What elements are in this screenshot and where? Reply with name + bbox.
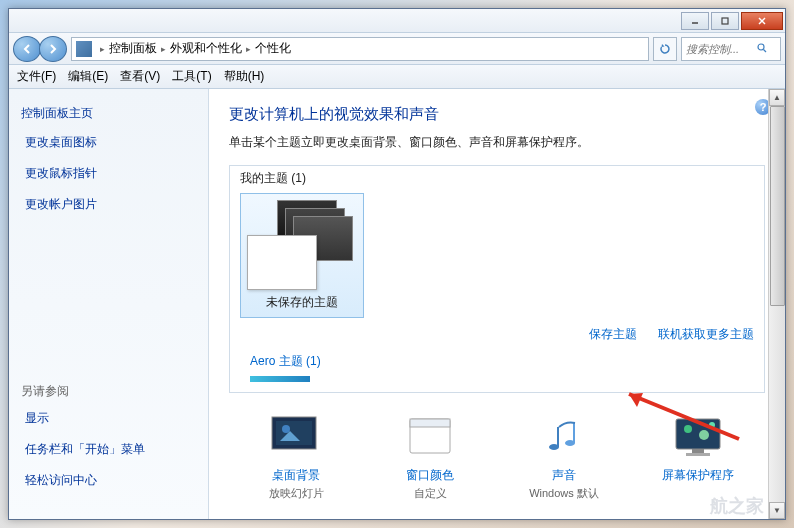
aero-themes-title: Aero 主题 (1)	[240, 353, 754, 370]
breadcrumb[interactable]: ▸ 控制面板 ▸ 外观和个性化 ▸ 个性化	[71, 37, 649, 61]
menu-tools[interactable]: 工具(T)	[172, 68, 211, 85]
get-more-themes-link[interactable]: 联机获取更多主题	[658, 327, 754, 341]
breadcrumb-item[interactable]: 控制面板	[109, 40, 157, 57]
item-sublabel: 自定义	[375, 486, 485, 501]
svg-rect-10	[410, 419, 450, 427]
screensaver-item[interactable]: 屏幕保护程序	[643, 413, 753, 501]
sidebar-also-see-label: 另请参阅	[21, 383, 196, 400]
menu-edit[interactable]: 编辑(E)	[68, 68, 108, 85]
svg-line-5	[764, 49, 767, 52]
main: ? 更改计算机上的视觉效果和声音 单击某个主题立即更改桌面背景、窗口颜色、声音和…	[209, 89, 785, 519]
sidebar-home-link[interactable]: 控制面板主页	[21, 105, 196, 122]
content: 控制面板主页 更改桌面图标 更改鼠标指针 更改帐户图片 另请参阅 显示 任务栏和…	[9, 89, 785, 519]
maximize-button[interactable]	[711, 12, 739, 30]
aero-themes-peek	[250, 376, 310, 382]
refresh-button[interactable]	[653, 37, 677, 61]
back-button[interactable]	[13, 36, 41, 62]
svg-rect-7	[276, 421, 312, 445]
theme-item-unsaved[interactable]: 未保存的主题	[240, 193, 364, 318]
scroll-up-button[interactable]: ▲	[769, 89, 785, 106]
chevron-right-icon: ▸	[100, 44, 105, 54]
window: ▸ 控制面板 ▸ 外观和个性化 ▸ 个性化 文件(F) 编辑(E) 查看(V) …	[8, 8, 786, 520]
item-label: 桌面背景	[241, 467, 351, 484]
my-themes-title: 我的主题 (1)	[240, 170, 754, 187]
desktop-background-icon	[266, 413, 326, 461]
page-title: 更改计算机上的视觉效果和声音	[229, 105, 765, 124]
search-input[interactable]	[686, 43, 756, 55]
svg-rect-16	[692, 449, 704, 453]
svg-rect-17	[686, 453, 710, 456]
control-panel-icon	[76, 41, 92, 57]
save-theme-link[interactable]: 保存主题	[589, 327, 637, 341]
svg-rect-12	[557, 427, 559, 447]
svg-point-8	[282, 425, 290, 433]
menu-file[interactable]: 文件(F)	[17, 68, 56, 85]
theme-preview	[247, 200, 357, 290]
search-icon	[756, 42, 768, 56]
svg-rect-1	[722, 18, 728, 24]
my-themes-group: 我的主题 (1) 未保存的主题 保存主题 联机获取更多主题 Aero 主题 (1…	[229, 165, 765, 393]
titlebar	[9, 9, 785, 33]
window-color-item[interactable]: 窗口颜色 自定义	[375, 413, 485, 501]
svg-point-4	[758, 44, 764, 50]
sidebar-link-display[interactable]: 显示	[21, 410, 196, 427]
sounds-item[interactable]: 声音 Windows 默认	[509, 413, 619, 501]
sidebar-link-taskbar[interactable]: 任务栏和「开始」菜单	[21, 441, 196, 458]
svg-point-19	[699, 430, 709, 440]
item-sublabel: Windows 默认	[509, 486, 619, 501]
item-label: 屏幕保护程序	[643, 467, 753, 484]
chevron-right-icon: ▸	[246, 44, 251, 54]
theme-actions: 保存主题 联机获取更多主题	[240, 326, 754, 343]
screensaver-icon	[668, 413, 728, 461]
chevron-right-icon: ▸	[161, 44, 166, 54]
svg-rect-14	[573, 423, 575, 443]
bottom-row: 桌面背景 放映幻灯片 窗口颜色 自定义 声音 Windows 默认	[229, 413, 765, 501]
breadcrumb-item[interactable]: 个性化	[255, 40, 291, 57]
sidebar-link-ease-of-access[interactable]: 轻松访问中心	[21, 472, 196, 489]
svg-point-20	[709, 422, 715, 428]
scroll-down-button[interactable]: ▼	[769, 502, 785, 519]
menu-view[interactable]: 查看(V)	[120, 68, 160, 85]
search-box[interactable]	[681, 37, 781, 61]
sidebar-link-account-picture[interactable]: 更改帐户图片	[21, 196, 196, 213]
scrollbar[interactable]: ▲ ▼	[768, 89, 785, 519]
menu-help[interactable]: 帮助(H)	[224, 68, 265, 85]
minimize-button[interactable]	[681, 12, 709, 30]
close-button[interactable]	[741, 12, 783, 30]
sidebar: 控制面板主页 更改桌面图标 更改鼠标指针 更改帐户图片 另请参阅 显示 任务栏和…	[9, 89, 209, 519]
sounds-icon	[534, 413, 594, 461]
sidebar-link-desktop-icons[interactable]: 更改桌面图标	[21, 134, 196, 151]
page-desc: 单击某个主题立即更改桌面背景、窗口颜色、声音和屏幕保护程序。	[229, 134, 765, 151]
menubar: 文件(F) 编辑(E) 查看(V) 工具(T) 帮助(H)	[9, 65, 785, 89]
forward-button[interactable]	[39, 36, 67, 62]
item-sublabel: 放映幻灯片	[241, 486, 351, 501]
window-color-icon	[400, 413, 460, 461]
desktop-background-item[interactable]: 桌面背景 放映幻灯片	[241, 413, 351, 501]
svg-point-18	[684, 425, 692, 433]
breadcrumb-item[interactable]: 外观和个性化	[170, 40, 242, 57]
sidebar-link-mouse-pointers[interactable]: 更改鼠标指针	[21, 165, 196, 182]
scrollbar-thumb[interactable]	[770, 106, 785, 306]
theme-label: 未保存的主题	[247, 294, 357, 311]
navbar: ▸ 控制面板 ▸ 外观和个性化 ▸ 个性化	[9, 33, 785, 65]
item-label: 窗口颜色	[375, 467, 485, 484]
nav-arrows	[13, 36, 67, 62]
item-label: 声音	[509, 467, 619, 484]
